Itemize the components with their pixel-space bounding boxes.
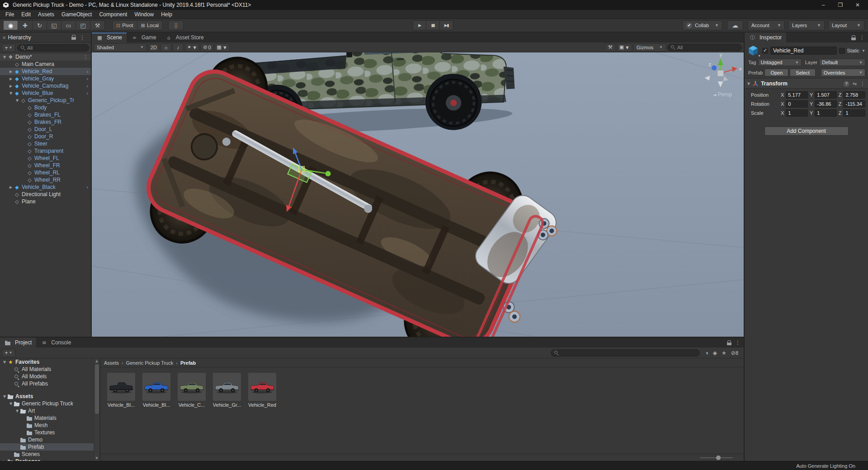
menu-item[interactable]: GameObject: [58, 10, 95, 19]
tree-scrollbar[interactable]: ▲ ▼: [94, 358, 99, 461]
item-trail-chevron[interactable]: ›: [86, 76, 91, 81]
asset-tile[interactable]: Vehicle_Bl...: [107, 373, 136, 408]
hierarchy-item[interactable]: Wheel_FL: [0, 155, 91, 162]
expander-arrow[interactable]: ▶: [2, 460, 7, 461]
hierarchy-item[interactable]: Body: [0, 104, 91, 111]
scene-lighting-button[interactable]: ☼: [160, 43, 171, 52]
minimize-button[interactable]: –: [816, 1, 831, 9]
lock-icon[interactable]: [71, 35, 76, 40]
projection-mode-label[interactable]: Persp: [713, 91, 732, 98]
object-name-field[interactable]: Vehicle_Red: [770, 47, 837, 55]
z-value-field[interactable]: 1: [843, 109, 865, 117]
expander-arrow[interactable]: ▼: [14, 409, 20, 413]
expander-arrow[interactable]: ▼: [8, 402, 14, 406]
scrollbar-thumb[interactable]: [95, 364, 99, 414]
z-value-field[interactable]: -115.34: [843, 100, 865, 108]
custom-tools-button[interactable]: ⚒: [90, 20, 105, 30]
menu-item[interactable]: Window: [131, 10, 157, 19]
hierarchy-item[interactable]: Door_L: [0, 126, 91, 133]
hierarchy-search-input[interactable]: All: [17, 44, 89, 52]
project-tree-item[interactable]: Scenes: [0, 451, 99, 458]
hierarchy-item[interactable]: ▶ Vehicle_Camouflag ›: [0, 82, 91, 89]
panel-menu-icon[interactable]: ⋮: [859, 34, 865, 41]
rect-tool-button[interactable]: ▭: [61, 20, 76, 30]
item-trail-chevron[interactable]: ›: [86, 83, 91, 89]
project-tree-item[interactable]: ▼ Art: [0, 407, 99, 414]
scene-viewport[interactable]: y x z Persp: [92, 52, 744, 337]
project-tree-item[interactable]: Demo: [0, 436, 99, 443]
pivot-toggle-button[interactable]: ⊡ Pivot: [112, 20, 137, 30]
project-tree-item[interactable]: Prefab: [0, 443, 99, 451]
item-trail-chevron[interactable]: ⋮: [83, 54, 91, 60]
item-trail-chevron[interactable]: ›: [86, 184, 91, 190]
y-value-field[interactable]: 1: [815, 109, 837, 117]
play-button[interactable]: ▶: [413, 20, 426, 30]
menu-item[interactable]: File: [2, 10, 18, 19]
menu-item[interactable]: Component: [95, 10, 131, 19]
scene-tools-button[interactable]: ⚒: [605, 43, 616, 52]
lighting-status-message[interactable]: Auto Generate Lighting On: [796, 463, 855, 469]
pause-button[interactable]: ▮▮: [426, 20, 440, 30]
cloud-services-button[interactable]: ☁: [727, 20, 743, 30]
y-value-field[interactable]: -36.86: [815, 100, 837, 108]
project-tree-item[interactable]: All Prefabs: [0, 380, 99, 387]
hierarchy-item[interactable]: ▶ Vehicle_Black ›: [0, 183, 91, 191]
expander-arrow[interactable]: ▼: [8, 91, 14, 95]
scroll-down-icon[interactable]: ▼: [95, 456, 98, 461]
inspector-tab[interactable]: ⓘ Inspector: [745, 33, 786, 42]
expander-arrow[interactable]: ▶: [8, 84, 14, 88]
transform-component-header[interactable]: ▼ Transform ? ⇋ ⋮: [745, 79, 868, 89]
tag-dropdown[interactable]: Untagged▼: [758, 59, 802, 66]
scene-effects-dropdown[interactable]: ✦ ▼: [185, 43, 199, 52]
project-tree-item[interactable]: Textures: [0, 429, 99, 436]
help-icon[interactable]: ?: [844, 81, 849, 87]
project-tree-item[interactable]: ▼ Favorites: [0, 358, 99, 366]
expander-arrow[interactable]: ▼: [2, 55, 7, 59]
account-dropdown[interactable]: Account ▼: [748, 20, 785, 30]
hierarchy-item[interactable]: ▼ Vehicle_Blue ›: [0, 89, 91, 97]
project-tab[interactable]: Console: [36, 338, 75, 348]
rotate-tool-button[interactable]: ↻: [33, 20, 47, 30]
thumbnail-size-slider[interactable]: [700, 457, 733, 458]
expander-arrow[interactable]: ▼: [14, 99, 20, 103]
breadcrumb-item[interactable]: Prefab: [173, 360, 196, 366]
hierarchy-item[interactable]: Steer: [0, 140, 91, 147]
active-checkbox[interactable]: [762, 48, 768, 54]
scroll-up-icon[interactable]: ▲: [95, 358, 98, 364]
project-tab[interactable]: Project: [0, 338, 36, 348]
scale-tool-button[interactable]: ◱: [47, 20, 61, 30]
menu-item[interactable]: Edit: [18, 10, 34, 19]
expander-arrow[interactable]: ▼: [2, 360, 7, 364]
project-tree-item[interactable]: ▼ Assets: [0, 393, 99, 400]
hierarchy-item[interactable]: ▶ Vehicle_Gray ›: [0, 75, 91, 82]
scene-search-input[interactable]: All: [667, 44, 742, 51]
hierarchy-item[interactable]: Brakes_FR: [0, 118, 91, 126]
foldout-arrow[interactable]: ▼: [747, 82, 750, 86]
hierarchy-item[interactable]: ▼ Demo* ⋮: [0, 53, 91, 61]
menu-item[interactable]: Help: [157, 10, 176, 19]
project-tree-item[interactable]: All Materials: [0, 366, 99, 373]
project-tree-item[interactable]: All Models: [0, 373, 99, 380]
collab-dropdown[interactable]: ✔ Collab ▼: [683, 20, 722, 30]
grid-snapping-button[interactable]: ⣿: [168, 20, 184, 30]
layers-dropdown[interactable]: Layers ▼: [788, 20, 825, 30]
hierarchy-item[interactable]: Door_R: [0, 133, 91, 140]
x-value-field[interactable]: 5.177: [786, 91, 808, 99]
expander-arrow[interactable]: ▶: [8, 185, 14, 189]
hierarchy-item[interactable]: Wheel_RL: [0, 169, 91, 176]
maximize-button[interactable]: ❐: [833, 1, 848, 9]
panel-menu-icon[interactable]: ⋮: [735, 339, 741, 346]
hierarchy-item[interactable]: Transparent: [0, 147, 91, 155]
expander-arrow[interactable]: ▼: [2, 395, 7, 399]
layout-dropdown[interactable]: Layout ▼: [828, 20, 864, 30]
hidden-packages-toggle[interactable]: ⊘8: [731, 350, 738, 356]
panel-menu-icon[interactable]: ⋮: [80, 34, 85, 41]
view-tab[interactable]: ∞ Game: [127, 33, 161, 42]
z-value-field[interactable]: 2.758: [843, 91, 865, 99]
y-value-field[interactable]: 1.507: [815, 91, 837, 99]
project-add-button[interactable]: +▼: [2, 349, 15, 357]
breadcrumb-item[interactable]: Generic Pickup Truck: [119, 360, 173, 366]
expander-arrow[interactable]: ▶: [8, 70, 14, 74]
scene-audio-button[interactable]: ♪: [173, 43, 184, 52]
hierarchy-tab[interactable]: ≡ Hierarchy ⋮: [0, 33, 91, 42]
